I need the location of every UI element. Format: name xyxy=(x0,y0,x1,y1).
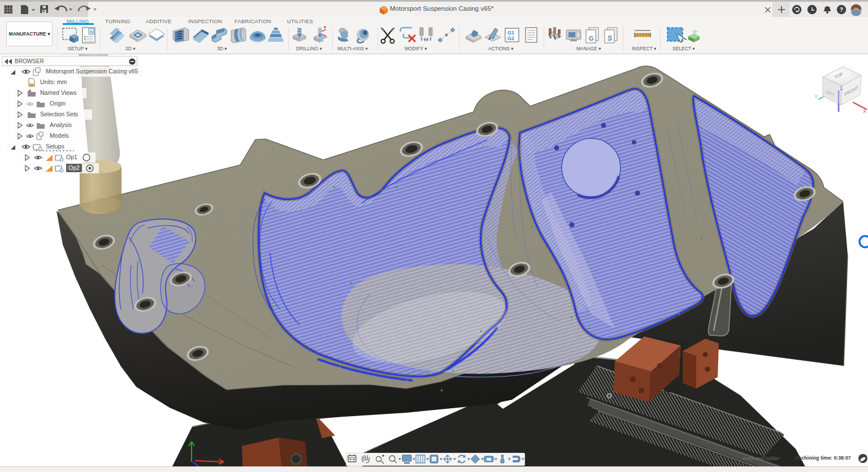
svg-text:G: G xyxy=(589,35,594,42)
svg-text:?: ? xyxy=(840,7,843,13)
svg-text:G2: G2 xyxy=(507,36,514,41)
svg-text:G: G xyxy=(90,29,93,34)
svg-text:G1: G1 xyxy=(507,30,514,36)
svg-text:S: S xyxy=(607,34,612,42)
svg-text:Y: Y xyxy=(814,94,818,99)
svg-text:X: X xyxy=(863,108,866,114)
